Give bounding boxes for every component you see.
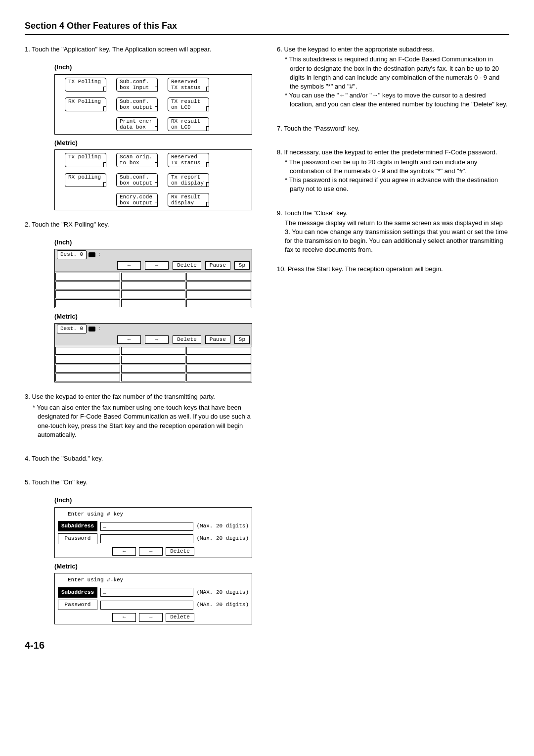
entry-right-button[interactable]: → <box>139 547 163 556</box>
password-button[interactable]: Password <box>58 533 97 544</box>
entry-right-button-m[interactable]: → <box>139 613 163 621</box>
entry-delete-button-m[interactable]: Delete <box>166 613 194 621</box>
step-5: 5. Touch the "On" key. <box>25 478 257 487</box>
password-note: (Max. 20 digits) <box>196 535 249 542</box>
step-8: 8. If necessary, use the keypad to enter… <box>277 148 509 157</box>
rx-polling-button-m[interactable]: RX polling <box>65 173 106 187</box>
tx-polling-button-m[interactable]: Tx polling <box>65 153 106 167</box>
step-4: 4. Touch the "Subadd." key. <box>25 454 257 463</box>
step-9-body: The message display will return to the s… <box>285 219 509 255</box>
rx-result-display-button[interactable]: Rx resultdisplay <box>168 193 209 207</box>
subaddress-field-m[interactable]: _ <box>100 588 193 597</box>
step-6: 6. Use the keypad to enter the appropria… <box>277 45 509 54</box>
phone-icon-m <box>89 327 95 331</box>
arrow-right-button[interactable]: → <box>145 261 169 270</box>
step-6-note-1: * This subaddress is required during an … <box>285 55 509 91</box>
pause-button-m[interactable]: Pause <box>205 335 230 344</box>
subaddress-button[interactable]: SubAddress <box>58 521 97 531</box>
dest-pill: Dest. 0 <box>57 250 87 259</box>
tx-polling-button[interactable]: TX Polling <box>65 78 106 92</box>
step-8-note-2: * This password is not required if you a… <box>285 176 509 193</box>
entry-left-button-m[interactable]: ← <box>112 613 136 621</box>
step-6-note-2: * You can use the "←" and/or "→" keys to… <box>285 91 509 109</box>
entry-delete-button[interactable]: Delete <box>166 547 194 556</box>
subaddress-note-m: (MAX. 20 digits) <box>196 589 249 596</box>
unit-label-metric-2: (Metric) <box>54 312 257 321</box>
arrow-left-button-m[interactable]: ← <box>117 335 141 344</box>
rx-result-lcd-button[interactable]: RX resulton LCD <box>168 117 209 131</box>
sp-button-m[interactable]: Sp <box>234 335 250 344</box>
step-1: 1. Touch the "Application" key. The Appl… <box>25 45 257 54</box>
app-panel-metric: Tx polling Scan orig.to box ReservedTx s… <box>54 149 252 210</box>
subconf-box-output-button[interactable]: Sub.conf.box output <box>116 97 158 111</box>
phone-icon <box>89 252 95 257</box>
delete-button-m[interactable]: Delete <box>173 335 201 344</box>
step-10: 10. Press the Start key. The reception o… <box>277 265 509 274</box>
section-title: Section 4 Other Features of this Fax <box>25 20 509 35</box>
subaddress-button-m[interactable]: Subaddress <box>58 587 97 598</box>
unit-label-inch-1: (Inch) <box>54 63 257 72</box>
entry-left-button[interactable]: ← <box>112 547 136 556</box>
subconf-box-input-button[interactable]: Sub.conf.box Input <box>116 78 158 92</box>
lcd-panel-inch: Dest. 0 : ← → Delete Pause Sp <box>54 249 252 308</box>
arrow-right-button-m[interactable]: → <box>145 335 169 344</box>
password-note-m: (MAX. 20 digits) <box>196 601 249 609</box>
rx-polling-button[interactable]: RX Polling <box>65 97 106 111</box>
reserved-tx-status-button-m[interactable]: ReservedTx status <box>168 153 209 167</box>
scan-orig-button[interactable]: Scan orig.to box <box>116 153 158 167</box>
entry-panel-inch: Enter using # key SubAddress _ (Max. 20 … <box>54 507 252 559</box>
app-panel-inch: TX Polling Sub.conf.box Input ReservedTX… <box>54 74 252 135</box>
unit-label-inch-3: (Inch) <box>54 496 257 505</box>
step-8-note-1: * The password can be up to 20 digits in… <box>285 158 509 176</box>
entry-panel-metric: Enter using #-key Subaddress _ (MAX. 20 … <box>54 573 252 624</box>
password-field[interactable] <box>100 534 193 543</box>
page-number: 4-16 <box>25 638 509 652</box>
step-7: 7. Touch the "Password" key. <box>277 124 509 133</box>
entry-title-metric: Enter using #-key <box>68 576 249 584</box>
encry-code-button[interactable]: Encry.codebox output <box>116 193 158 207</box>
tx-result-lcd-button[interactable]: TX resulton LCD <box>168 97 209 111</box>
left-column: 1. Touch the "Application" key. The Appl… <box>25 45 257 628</box>
pause-button[interactable]: Pause <box>205 261 230 270</box>
tx-report-display-button[interactable]: Tx reporton display <box>168 173 209 187</box>
entry-title-inch: Enter using # key <box>68 511 249 518</box>
step-2: 2. Touch the "RX Polling" key. <box>25 220 257 229</box>
unit-label-metric-3: (Metric) <box>54 562 257 571</box>
step-3-note: * You can also enter the fax number usin… <box>33 403 257 439</box>
unit-label-inch-2: (Inch) <box>54 238 257 247</box>
subconf-box-output-button-m[interactable]: Sub.conf.box output <box>116 173 158 187</box>
right-column: 6. Use the keypad to enter the appropria… <box>277 45 509 628</box>
arrow-left-button[interactable]: ← <box>117 261 141 270</box>
dest-pill-m: Dest. 0 <box>57 325 87 333</box>
password-button-m[interactable]: Password <box>58 600 97 610</box>
password-field-m[interactable] <box>100 601 193 610</box>
delete-button[interactable]: Delete <box>173 261 201 270</box>
print-encr-button[interactable]: Print encrdata box <box>116 117 158 131</box>
step-3: 3. Use the keypad to enter the fax numbe… <box>25 392 257 401</box>
sp-button[interactable]: Sp <box>234 261 250 270</box>
subaddress-field[interactable]: _ <box>100 522 193 531</box>
step-9: 9. Touch the "Close" key. <box>277 209 509 218</box>
lcd-panel-metric: Dest. 0 : ← → Delete Pause Sp <box>54 323 252 382</box>
subaddress-note: (Max. 20 digits) <box>196 522 249 530</box>
reserved-tx-status-button[interactable]: ReservedTX status <box>168 78 209 92</box>
unit-label-metric-1: (Metric) <box>54 139 257 147</box>
